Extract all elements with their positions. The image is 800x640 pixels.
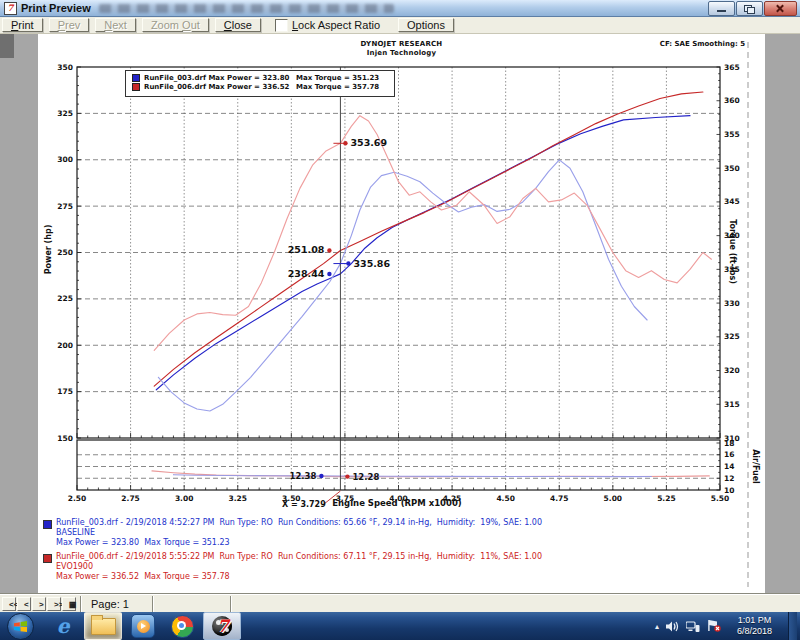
statusbar-divider	[230, 596, 232, 612]
run-name-line: BASELINE	[56, 528, 542, 538]
media-player-icon	[131, 614, 155, 638]
dyno-chart-svg: 2.502.753.003.253.503.754.004.254.504.75…	[38, 34, 765, 595]
run-swatch-blue	[43, 520, 52, 529]
power-tick-label: 250	[57, 248, 73, 257]
torque-tick-label: 355	[724, 130, 740, 139]
caption-buttons	[708, 1, 798, 16]
toolbar-button-prev[interactable]: Prev	[49, 18, 90, 32]
nav-last-page-button[interactable]: >>	[47, 597, 61, 611]
callout-dot	[345, 474, 349, 478]
x-tick-label: 5.50	[711, 494, 730, 503]
start-button[interactable]	[7, 613, 34, 640]
lock-aspect-ratio-label: Lock Aspect Ratio	[292, 19, 380, 31]
run-info-line: RunFile_003.drf - 2/19/2018 4:52:27 PM R…	[56, 518, 542, 528]
lock-aspect-ratio-checkbox[interactable]	[275, 19, 288, 32]
x-tick-label: 3.25	[228, 494, 247, 503]
toolbar-button-print[interactable]: Print	[2, 18, 43, 32]
taskbar-item-windows-explorer[interactable]	[84, 612, 122, 640]
network-icon[interactable]	[686, 621, 700, 632]
app-icon: 7	[4, 2, 17, 15]
power-tick-label: 350	[57, 63, 73, 72]
torque-tick-label: 320	[724, 366, 740, 375]
taskbar-item-internet-explorer[interactable]: e	[45, 613, 81, 639]
toolbar-button-close[interactable]: Close	[215, 18, 261, 32]
clock-date: 6/8/2018	[737, 626, 772, 637]
nav-prev-page-button[interactable]: <	[17, 597, 31, 611]
cursor-x-readout: X = 3.729	[282, 500, 326, 509]
run-details-baseline: RunFile_003.drf - 2/19/2018 4:52:27 PM R…	[43, 518, 542, 548]
taskbar-item-chrome[interactable]	[164, 613, 200, 639]
toolbar: PrintPrevNextZoom OutCloseLock Aspect Ra…	[0, 17, 800, 34]
legend-swatch-blue	[132, 74, 140, 82]
chart-subtitle: Injen Technology	[38, 49, 765, 57]
run-swatch-red	[43, 554, 52, 563]
run-details-footer: RunFile_003.drf - 2/19/2018 4:52:27 PM R…	[43, 518, 542, 586]
power-tick-label: 300	[57, 155, 73, 164]
redacted-title-text	[99, 4, 394, 13]
statusbar: <<<>>>▦Page: 1	[0, 594, 800, 613]
x-tick-label: 5.00	[604, 494, 623, 503]
chart-legend-box: RunFile_003.drf Max Power = 323.80 Max T…	[125, 70, 395, 97]
torque-tick-label: 315	[724, 400, 740, 409]
correction-factor-label: CF: SAE Smoothing: 5	[660, 40, 745, 48]
statusbar-divider	[152, 596, 154, 612]
minimize-button[interactable]	[708, 1, 735, 16]
statusbar-divider	[80, 596, 82, 612]
preview-corner-block	[0, 34, 14, 58]
toolbar-button-zoom-out[interactable]: Zoom Out	[142, 18, 209, 32]
callout-label: 251.08	[288, 244, 325, 255]
chart-title: DYNOJET RESEARCH	[38, 40, 765, 48]
taskbar-item-media-player[interactable]	[125, 613, 161, 639]
callout-label: 335.86	[353, 258, 390, 269]
callout-label: 238.44	[288, 268, 325, 279]
legend-run-label: RunFile_003.drf Max Power = 323.80	[144, 74, 296, 82]
close-window-button[interactable]	[764, 1, 797, 16]
callout-dot	[346, 261, 350, 265]
x-tick-label: 4.75	[550, 494, 569, 503]
legend-torque-label: Max Torque = 351.23	[296, 74, 379, 82]
airfuel-tick-label: 16	[724, 450, 734, 459]
nav-first-page-button[interactable]: <<	[2, 597, 16, 611]
power-axis-label: Power (hp)	[44, 215, 53, 285]
series-power-runfile006	[154, 92, 703, 386]
legend-row: RunFile_003.drf Max Power = 323.80 Max T…	[126, 73, 394, 82]
legend-row: RunFile_006.drf Max Power = 336.52 Max T…	[126, 82, 394, 91]
nav-next-page-button[interactable]: >	[32, 597, 46, 611]
toolbar-button-options[interactable]: Options	[398, 18, 454, 32]
print-preview-window: 7 Print Preview PrintPrevNextZoom OutClo…	[0, 0, 800, 640]
power-tick-label: 275	[57, 202, 73, 211]
torque-tick-label: 365	[724, 63, 740, 72]
power-tick-label: 175	[57, 387, 73, 396]
taskbar-clock[interactable]: 1:01 PM 6/8/2018	[728, 615, 781, 637]
torque-tick-label: 325	[724, 332, 740, 341]
x-tick-label: 5.25	[657, 494, 676, 503]
titlebar[interactable]: 7 Print Preview	[0, 0, 800, 17]
torque-tick-label: 350	[724, 164, 740, 173]
legend-torque-label: Max Torque = 357.78	[296, 83, 379, 91]
callout-label: 353.69	[350, 137, 387, 148]
taskbar-item-dynojet-winpep[interactable]: 7	[203, 612, 241, 640]
action-center-flag-icon[interactable]	[707, 620, 721, 632]
x-tick-label: 2.50	[68, 494, 87, 503]
internet-explorer-icon: e	[57, 616, 70, 636]
taskbar: e 7 ▴	[0, 612, 800, 640]
hidden-icons-button[interactable]: ▴	[655, 622, 659, 631]
callout-dot	[319, 474, 323, 478]
airfuel-tick-label: 18	[724, 439, 734, 448]
preview-area: 2.502.753.003.253.503.754.004.254.504.75…	[0, 34, 800, 594]
power-tick-label: 225	[57, 294, 73, 303]
x-tick-label: 2.75	[121, 494, 140, 503]
toolbar-button-next[interactable]: Next	[95, 18, 136, 32]
series-torque-runfile003	[158, 160, 647, 411]
airfuel-axis-label: Air/Fuel	[751, 447, 760, 487]
callout-dot	[327, 248, 331, 252]
run-info-line: RunFile_006.drf - 2/19/2018 5:55:22 PM R…	[56, 552, 542, 562]
window-title: Print Preview	[21, 2, 91, 14]
show-desktop-button[interactable]	[788, 612, 797, 640]
volume-icon[interactable]	[666, 621, 679, 632]
restore-button[interactable]	[736, 1, 763, 16]
callout-dot	[343, 141, 347, 145]
multi-page-view-button[interactable]: ▦	[62, 597, 76, 611]
run-max-line: Max Power = 323.80 Max Torque = 351.23	[56, 538, 542, 548]
power-tick-label: 150	[57, 434, 73, 443]
